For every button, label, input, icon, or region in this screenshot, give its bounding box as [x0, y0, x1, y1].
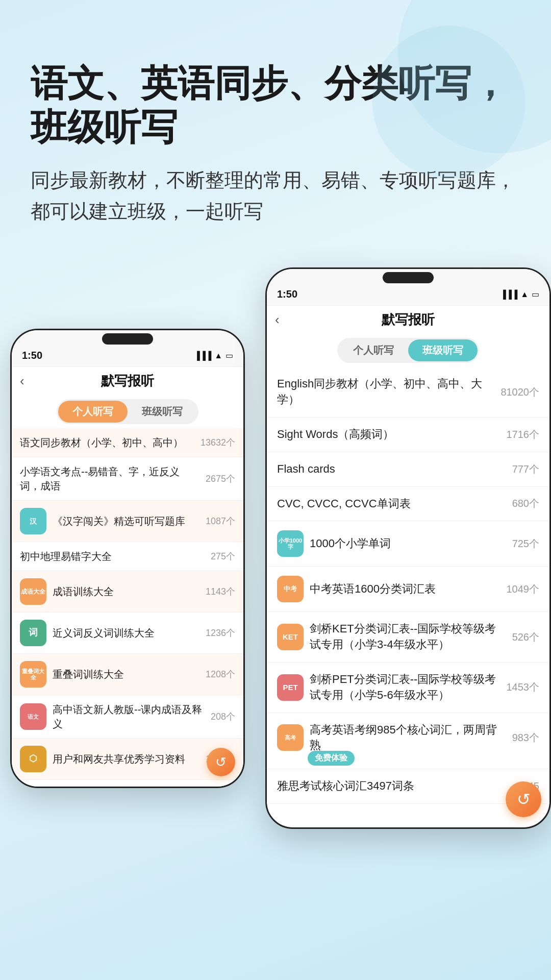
item-icon: 汉 — [20, 508, 46, 534]
flash-cards-text: Flash cards — [277, 461, 506, 477]
wifi-icon-left: ▲ — [214, 351, 222, 360]
item-text: 高中语文新人教版--课内成语及释义 — [53, 702, 205, 731]
notch-area-right — [267, 269, 549, 283]
item-icon: 重叠词大全 — [20, 661, 46, 688]
item-icon: 语文 — [20, 703, 46, 730]
item-count: 1143个 — [206, 585, 235, 598]
nav-title-left: 默写报听 — [101, 372, 154, 390]
back-button-right[interactable]: ‹ — [275, 312, 280, 328]
list-item[interactable]: CVC, CVCC, CCVC单词表 680个 — [267, 487, 549, 522]
item-icon: 高考 — [277, 724, 304, 751]
item-text: Sight Words（高频词） — [277, 427, 500, 443]
item-text: 高中语文1-6册写、实词（人教版高三必修） — [20, 787, 205, 788]
item-count: 2675个 — [206, 473, 235, 485]
list-item[interactable]: KET 剑桥KET分类词汇表--国际学校等级考试专用（小学3-4年级水平） 52… — [267, 612, 549, 663]
list-item[interactable]: 词 近义词反义词训练大全 1236个 — [12, 612, 243, 654]
notch-pill-left — [102, 333, 153, 345]
phone-left-content: ‹ 默写报听 个人听写 班级听写 语文同步教材（小学、初中、高中） 13632个… — [12, 367, 243, 788]
tab-switcher-left: 个人听写 班级听写 — [57, 399, 198, 424]
item-count: 1208个 — [206, 668, 235, 680]
item-count: 1716个 — [507, 428, 540, 442]
nav-title-right: 默写报听 — [382, 311, 435, 329]
tab-personal-right[interactable]: 个人听写 — [339, 339, 408, 361]
item-count: 275个 — [211, 550, 235, 562]
list-item[interactable]: 小学1000字 1000个小学单词 725个 — [267, 521, 549, 567]
list-item[interactable]: 重叠词大全 重叠词训练大全 1208个 — [12, 654, 243, 695]
status-time-left: 1:50 — [22, 350, 42, 361]
phone-right: 1:50 ▐▐▐ ▲ ▭ ‹ 默写报听 个人听写 班级听写 Englis — [265, 267, 551, 829]
item-text: 重叠词训练大全 — [53, 667, 199, 681]
item-text: 小学语文考点--易错音、字，近反义词，成语 — [20, 464, 199, 493]
phone-left: 1:50 ▐▐▐ ▲ ▭ ‹ 默写报听 个人听写 班级听写 语文同步教材 — [10, 329, 245, 788]
signal-icon-left: ▐▐▐ — [194, 351, 211, 360]
list-item[interactable]: English同步教材（小学、初中、高中、大学） 81020个 — [267, 367, 549, 418]
wifi-icon-right: ▲ — [520, 290, 529, 299]
item-icon: PET — [277, 674, 304, 701]
list-item-flash-cards[interactable]: Flash cards 777个 — [267, 452, 549, 487]
status-bar-left: 1:50 ▐▐▐ ▲ ▭ — [12, 345, 243, 367]
list-item[interactable]: Sight Words（高频词） 1716个 — [267, 418, 549, 452]
item-count: 81020个 — [500, 385, 539, 399]
item-text: 高考英语考纲985个核心词汇，两周背熟 — [310, 722, 506, 754]
refresh-button-left[interactable]: ↺ — [207, 748, 235, 776]
tab-class-right[interactable]: 班级听写 — [408, 339, 478, 361]
tab-class-left[interactable]: 班级听写 — [128, 401, 197, 423]
item-count: 725个 — [512, 537, 539, 551]
status-icons-left: ▐▐▐ ▲ ▭ — [194, 351, 233, 360]
phones-container: 1:50 ▐▐▐ ▲ ▭ ‹ 默写报听 个人听写 班级听写 语文同步教材 — [0, 267, 551, 941]
item-text: English同步教材（小学、初中、高中、大学） — [277, 376, 494, 408]
nav-bar-left: ‹ 默写报听 — [12, 367, 243, 395]
item-icon: 小学1000字 — [277, 530, 304, 557]
status-time-right: 1:50 — [277, 288, 297, 300]
battery-icon-right: ▭ — [532, 289, 539, 299]
item-icon: 成语大全 — [20, 578, 46, 605]
free-badge-right[interactable]: 免费体验 — [308, 751, 355, 766]
item-text: 近义词反义词训练大全 — [53, 626, 199, 640]
bg-decoration-2 — [372, 26, 525, 179]
item-count: 1453个 — [507, 680, 540, 694]
list-item[interactable]: 汉 《汉字闯关》精选可听写题库 1087个 — [12, 501, 243, 542]
status-bar-right: 1:50 ▐▐▐ ▲ ▭ — [267, 283, 549, 306]
nav-bar-right: ‹ 默写报听 — [267, 306, 549, 334]
notch-area-left — [12, 330, 243, 345]
list-item[interactable]: 语文同步教材（小学、初中、高中） 13632个 — [12, 428, 243, 457]
list-item[interactable]: 初中地理易错字大全 275个 — [12, 542, 243, 571]
list-right: English同步教材（小学、初中、高中、大学） 81020个 Sight Wo… — [267, 367, 549, 829]
item-count: 680个 — [512, 497, 539, 510]
item-text: 剑桥KET分类词汇表--国际学校等级考试专用（小学3-4年级水平） — [310, 621, 506, 653]
item-count: 1049个 — [507, 582, 540, 596]
phone-right-content: ‹ 默写报听 个人听写 班级听写 English同步教材（小学、初中、高中、大学… — [267, 306, 549, 829]
list-item[interactable]: 高中语文1-6册写、实词（人教版高三必修） 269个 免费体验 — [12, 780, 243, 788]
status-icons-right: ▐▐▐ ▲ ▭ — [500, 289, 539, 299]
item-text: 成语训练大全 — [53, 584, 199, 599]
item-text: 初中地理易错字大全 — [20, 549, 205, 564]
list-item[interactable]: 中考 中考英语1600分类词汇表 1049个 — [267, 567, 549, 612]
item-count: 526个 — [512, 630, 539, 644]
item-text: 《汉字闯关》精选可听写题库 — [53, 514, 199, 528]
refresh-button-right[interactable]: ↺ — [506, 781, 541, 817]
item-text: CVC, CVCC, CCVC单词表 — [277, 496, 506, 512]
item-icon: KET — [277, 624, 304, 650]
item-count: 777个 — [512, 462, 539, 476]
item-text: 语文同步教材（小学、初中、高中） — [20, 435, 194, 450]
tab-personal-left[interactable]: 个人听写 — [58, 401, 128, 423]
item-count: 1087个 — [206, 515, 235, 527]
list-left: 语文同步教材（小学、初中、高中） 13632个 小学语文考点--易错音、字，近反… — [12, 428, 243, 788]
list-item[interactable]: 高考 高考英语考纲985个核心词汇，两周背熟 983个 免费体验 — [267, 713, 549, 770]
item-count: 13632个 — [201, 436, 235, 449]
item-text: 1000个小学单词 — [310, 536, 506, 552]
back-button-left[interactable]: ‹ — [20, 373, 24, 389]
battery-icon-left: ▭ — [226, 351, 233, 360]
item-count: 1236个 — [206, 627, 235, 639]
list-item[interactable]: PET 剑桥PET分类词汇表--国际学校等级考试专用（小学5-6年级水平） 14… — [267, 663, 549, 713]
item-text: 中考英语1600分类词汇表 — [310, 581, 500, 597]
item-text: 雅思考试核心词汇3497词条 — [277, 778, 516, 794]
list-item[interactable]: 语文 高中语文新人教版--课内成语及释义 208个 — [12, 695, 243, 739]
item-text: 剑桥PET分类词汇表--国际学校等级考试专用（小学5-6年级水平） — [310, 672, 500, 703]
item-icon: 词 — [20, 620, 46, 646]
list-item[interactable]: 小学语文考点--易错音、字，近反义词，成语 2675个 — [12, 457, 243, 501]
item-icon: 中考 — [277, 576, 304, 602]
item-count: 983个 — [512, 731, 539, 745]
list-item[interactable]: 成语大全 成语训练大全 1143个 — [12, 571, 243, 612]
notch-pill-right — [383, 272, 434, 283]
